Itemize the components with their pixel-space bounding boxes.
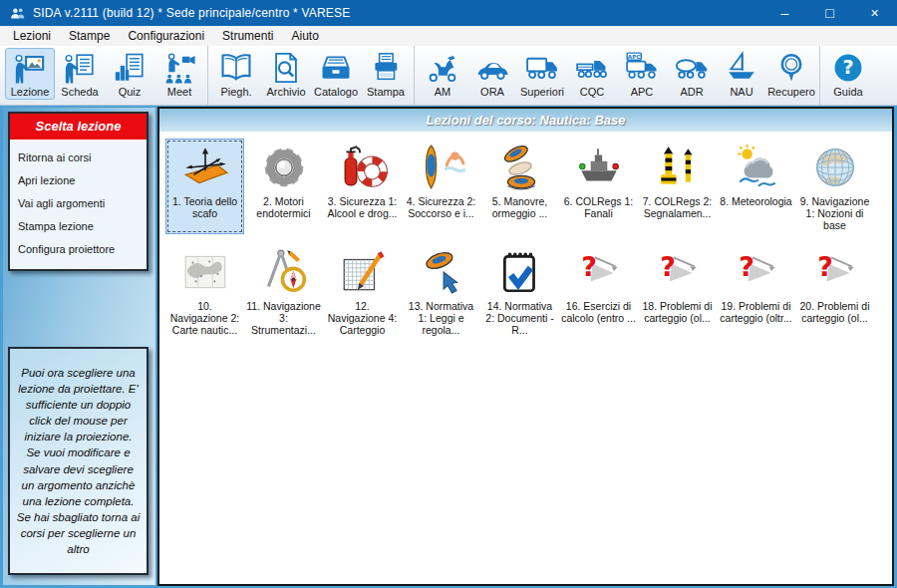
svg-text:?: ?: [817, 251, 833, 282]
menu-item-configurazioni[interactable]: Configurazioni: [119, 27, 213, 46]
meet-icon: [162, 51, 196, 85]
lesson-item-13-normativa-1-leggi-e-regola[interactable]: 13. Normativa 1: Leggi e regola...: [402, 243, 480, 339]
course-header: Lezioni del corso: Nautica: Base: [159, 109, 892, 132]
toolbar-button-stampa[interactable]: Stampa: [361, 48, 411, 100]
lesson-label: 2. Motori endotermici: [246, 195, 321, 219]
sidebar-item-configura-proiettore[interactable]: Configura proiettore: [10, 237, 147, 260]
toolbar-button-cqc[interactable]: CQC: [567, 48, 617, 100]
lesson-item-6-colregs-1-fanali[interactable]: 6. COLRegs 1: Fanali: [559, 139, 638, 234]
toolbar-button-scheda[interactable]: Scheda: [55, 48, 105, 100]
toolbar-group: AMORASuperioriCQCAPCAPCADRNAURecupero: [415, 46, 820, 105]
window-title: SIDA v.2111 (build 12) * Sede principale…: [33, 6, 350, 20]
presenter-doc-icon: [63, 51, 97, 85]
boats-icon: [495, 143, 545, 192]
maximize-button[interactable]: □: [807, 0, 852, 26]
lesson-item-7-colregs-2-segnalamen[interactable]: 7. COLRegs 2: Segnalamen...: [638, 139, 717, 234]
lesson-item-11-navigazione-3-strumentazi[interactable]: 11. Navigazione 3: Strumentazi...: [244, 243, 323, 339]
sailboat-icon: [725, 51, 758, 85]
svg-text:APC: APC: [628, 54, 641, 60]
toolbar-button-quiz[interactable]: Quiz: [105, 48, 154, 100]
toolbar-button-nau[interactable]: NAU: [717, 48, 766, 100]
toolbar-button-ora[interactable]: ORA: [467, 48, 517, 100]
hull-axes-icon: [180, 143, 230, 192]
lesson-item-10-navigazione-2-carte-nautic[interactable]: 10. Navigazione 2: Carte nautic...: [165, 243, 244, 339]
toolbar-button-label: Catalogo: [314, 86, 358, 98]
lesson-label: 1. Teoria dello scafo: [167, 195, 242, 219]
lesson-grid: 1. Teoria dello scafo2. Motori endotermi…: [159, 132, 892, 339]
toolbar-button-label: Quiz: [119, 86, 142, 98]
toolbar-button-am[interactable]: AM: [418, 48, 467, 100]
lesson-label: 5. Manovre, ormeggio ...: [482, 195, 557, 219]
toolbar-group: LezioneSchedaQuizMeet: [2, 46, 208, 105]
menu-item-strumenti[interactable]: Strumenti: [213, 27, 282, 46]
presenter-image-icon: [13, 51, 47, 85]
quiz-icon: [113, 51, 147, 85]
lesson-item-18-problemi-di-carteggio-ol[interactable]: ?18. Problemi di carteggio (ol...: [638, 243, 717, 339]
lesson-label: 18. Problemi di carteggio (ol...: [640, 300, 715, 324]
help-icon: ?: [831, 51, 865, 85]
menu-item-stampe[interactable]: Stampe: [60, 27, 119, 46]
lesson-item-5-manovre-ormeggio[interactable]: 5. Manovre, ormeggio ...: [480, 139, 559, 234]
toolbar-button-label: ADR: [680, 86, 703, 98]
boat-hand-icon: [417, 247, 466, 297]
menu-bar: LezioniStampeConfigurazioniStrumentiAiut…: [0, 26, 897, 46]
minimize-button[interactable]: –: [762, 0, 807, 26]
lesson-label: 20. Problemi di carteggio (ol...: [797, 300, 872, 324]
lesson-item-8-meteorologia[interactable]: 8. Meteorologia: [717, 139, 795, 234]
lesson-item-9-navigazione-1-nozioni-di-base[interactable]: 9. Navigazione 1: Nozioni di base: [795, 139, 874, 234]
toolbar-button-superiori[interactable]: Superiori: [517, 48, 567, 100]
sidebar-links: Ritorna ai corsiApri lezioneVai agli arg…: [10, 142, 147, 269]
tanker-icon: [675, 51, 709, 85]
question-divider-icon: ?: [732, 247, 781, 297]
toolbar-button-lezione[interactable]: Lezione: [5, 48, 55, 100]
lesson-item-1-teoria-dello-scafo[interactable]: 1. Teoria dello scafo: [165, 139, 244, 234]
lesson-item-20-problemi-di-carteggio-ol[interactable]: ?20. Problemi di carteggio (ol...: [795, 243, 874, 339]
recovery-icon: [774, 51, 808, 85]
menu-item-lezioni[interactable]: Lezioni: [4, 27, 60, 46]
close-button[interactable]: ×: [852, 0, 897, 26]
lesson-item-4-sicurezza-2-soccorso-e-i[interactable]: 4. Sicurezza 2: Soccorso e i...: [402, 139, 480, 234]
menu-item-aiuto[interactable]: Aiuto: [282, 27, 327, 46]
content-frame: Scelta lezione Ritorna ai corsiApri lezi…: [0, 106, 897, 588]
sidebar-item-apri-lezione[interactable]: Apri lezione: [10, 168, 147, 191]
lesson-label: 10. Navigazione 2: Carte nautic...: [167, 300, 242, 336]
extinguisher-lifebuoy-icon: [338, 143, 388, 192]
sidebar-item-vai-agli-argomenti[interactable]: Vai agli argomenti: [10, 191, 147, 214]
globe-icon: [810, 143, 860, 192]
toolbar-button-catalogo[interactable]: Catalogo: [311, 48, 361, 100]
toolbar-button-label: APC: [631, 86, 654, 98]
toolbar-button-apc[interactable]: APCAPC: [617, 48, 667, 100]
toolbar-button-meet[interactable]: Meet: [154, 48, 204, 100]
lesson-item-12-navigazione-4-carteggio[interactable]: 12. Navigazione 4: Carteggio: [323, 243, 402, 339]
weather-icon: [732, 143, 781, 192]
lesson-item-2-motori-endotermici[interactable]: 2. Motori endotermici: [244, 139, 323, 234]
toolbar-button-archivio[interactable]: Archivio: [261, 48, 311, 100]
lesson-item-16-esercizi-di-calcolo-entro[interactable]: ?16. Esercizi di calcolo (entro ...: [559, 243, 638, 339]
truck-icon: [525, 51, 559, 85]
question-divider-icon: ?: [810, 247, 860, 297]
lesson-item-3-sicurezza-1-alcool-e-drog[interactable]: 3. Sicurezza 1: Alcool e drog...: [323, 139, 402, 234]
toolbar-button-recupero[interactable]: Recupero: [766, 48, 816, 100]
doc-search-icon: [269, 51, 303, 85]
lesson-item-14-normativa-2-documenti-r[interactable]: 14. Normativa 2: Documenti - R...: [480, 243, 559, 339]
toolbar-button-label: Lezione: [11, 86, 50, 98]
lesson-label: 14. Normativa 2: Documenti - R...: [482, 300, 557, 336]
plotting-grid-icon: [338, 247, 388, 297]
ship-lights-icon: [574, 143, 624, 192]
toolbar-group: ?Guida: [820, 46, 876, 105]
book-icon: [219, 51, 253, 85]
toolbar-button-label: CQC: [580, 86, 604, 98]
sidebar-item-stampa-lezione[interactable]: Stampa lezione: [10, 214, 147, 237]
scooter-icon: [426, 51, 459, 85]
title-bar: SIDA v.2111 (build 12) * Sede principale…: [0, 0, 897, 26]
lesson-item-19-problemi-di-carteggio-oltr[interactable]: ?19. Problemi di carteggio (oltr...: [717, 243, 795, 339]
toolbar-button-label: Guida: [833, 86, 862, 98]
info-text: Puoi ora scegliere una lezione da proiet…: [16, 365, 141, 557]
toolbar-button-label: Scheda: [61, 86, 98, 98]
toolbar-button-piegh[interactable]: Piegh.: [211, 48, 261, 100]
window-controls: – □ ×: [762, 0, 897, 26]
toolbar-button-adr[interactable]: ADR: [667, 48, 717, 100]
toolbar-button-label: AM: [435, 86, 451, 98]
toolbar-button-guida[interactable]: ?Guida: [823, 48, 873, 100]
sidebar-item-ritorna-ai-corsi[interactable]: Ritorna ai corsi: [10, 146, 147, 168]
